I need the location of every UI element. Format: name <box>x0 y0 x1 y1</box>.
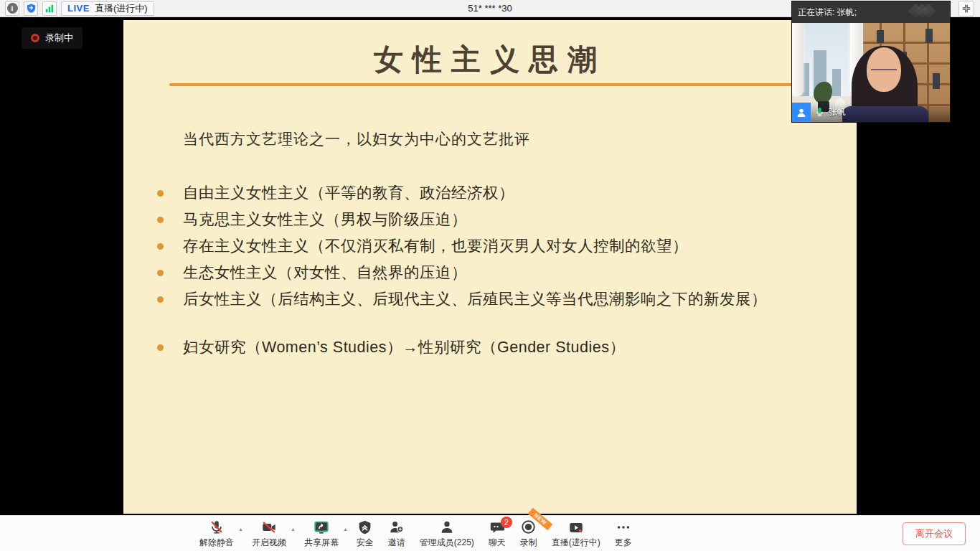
network-status-button[interactable] <box>42 1 57 16</box>
watermark-logo <box>915 6 934 17</box>
mic-active-icon <box>815 107 824 118</box>
record-icon <box>520 519 537 536</box>
meeting-info-button[interactable]: i <box>5 1 19 16</box>
bottom-toolbar: 解除静音 ▲ 开启视频 ▲ <box>0 515 980 551</box>
mic-muted-icon <box>209 519 225 536</box>
recording-badge: 录制中 <box>22 27 83 49</box>
speaker-video-thumbnail[interactable]: 正在讲话: 张帆; <box>792 1 950 122</box>
more-button[interactable]: 更多 <box>608 517 639 551</box>
more-dots-icon <box>615 519 632 536</box>
slide-bullet-list: 自由主义女性主义（平等的教育、政治经济权） 马克思主义女性主义（男权与阶级压迫）… <box>156 180 845 361</box>
slide-title: 女性主义思潮 <box>123 40 857 80</box>
live-badge: LIVE <box>67 3 90 14</box>
exit-fullscreen-button[interactable] <box>958 1 974 17</box>
recording-dot-icon <box>31 34 39 42</box>
shield-plus-icon <box>26 3 37 14</box>
recording-label: 录制中 <box>45 32 73 44</box>
info-icon: i <box>7 3 18 14</box>
chat-unread-badge: 2 <box>501 517 512 528</box>
bullet-item: 马克思主义女性主义（男权与阶级压迫） <box>156 207 845 233</box>
signal-bars-icon <box>44 4 55 14</box>
share-screen-icon <box>313 519 330 536</box>
livestream-button[interactable]: 直播(进行中) <box>545 517 608 551</box>
active-speaker-text: 正在讲话: 张帆; <box>798 6 857 19</box>
video-feed: 张帆 <box>792 23 950 122</box>
slide-intro: 当代西方文艺理论之一，以妇女为中心的文艺批评 <box>183 129 530 149</box>
active-speaker-bar: 正在讲话: 张帆; <box>792 1 950 23</box>
invite-button[interactable]: 邀请 <box>381 517 413 551</box>
record-button[interactable]: 录制 NEW <box>513 517 545 551</box>
bullet-item: 生态女性主义（对女性、自然界的压迫） <box>156 260 845 286</box>
members-icon <box>439 519 455 536</box>
leave-meeting-button[interactable]: 离开会议 <box>903 522 966 545</box>
bullet-item: 自由主义女性主义（平等的教育、政治经济权） <box>156 180 845 207</box>
live-status-indicator[interactable]: LIVE 直播(进行中) <box>61 1 154 16</box>
participant-role-icon <box>792 103 811 122</box>
title-underline <box>169 83 857 86</box>
bullet-item: 妇女研究（Women’s Studies）→性别研究（Gender Studie… <box>156 334 845 361</box>
camera-off-icon <box>260 519 278 536</box>
live-tv-icon <box>567 519 585 536</box>
presentation-slide: 女性主义思潮 当代西方文艺理论之一，以妇女为中心的文艺批评 自由主义女性主义（平… <box>123 20 857 514</box>
meeting-window: i LIVE 直播(进行中) 51* *** *30 <box>0 0 980 551</box>
manage-members-button[interactable]: 管理成员(225) <box>413 517 481 551</box>
bullet-item: 存在主义女性主义（不仅消灭私有制，也要消灭男人对女人控制的欲望） <box>156 233 845 260</box>
participant-name: 张帆 <box>829 106 846 118</box>
unmute-button[interactable]: 解除静音 <box>192 517 241 551</box>
security-shield-icon <box>357 519 372 536</box>
security-status-button[interactable] <box>24 1 38 16</box>
exit-fullscreen-icon <box>961 4 971 14</box>
invite-person-icon <box>388 519 405 536</box>
start-video-button[interactable]: 开启视频 <box>245 517 293 551</box>
live-status-text: 直播(进行中) <box>95 2 148 15</box>
participant-name-bar: 张帆 <box>792 103 950 122</box>
chat-button[interactable]: 聊天 2 <box>481 517 513 551</box>
bullet-item: 后女性主义（后结构主义、后现代主义、后殖民主义等当代思潮影响之下的新发展） <box>156 286 845 313</box>
security-button[interactable]: 安全 <box>349 517 381 551</box>
share-screen-button[interactable]: 共享屏幕 <box>297 517 346 551</box>
